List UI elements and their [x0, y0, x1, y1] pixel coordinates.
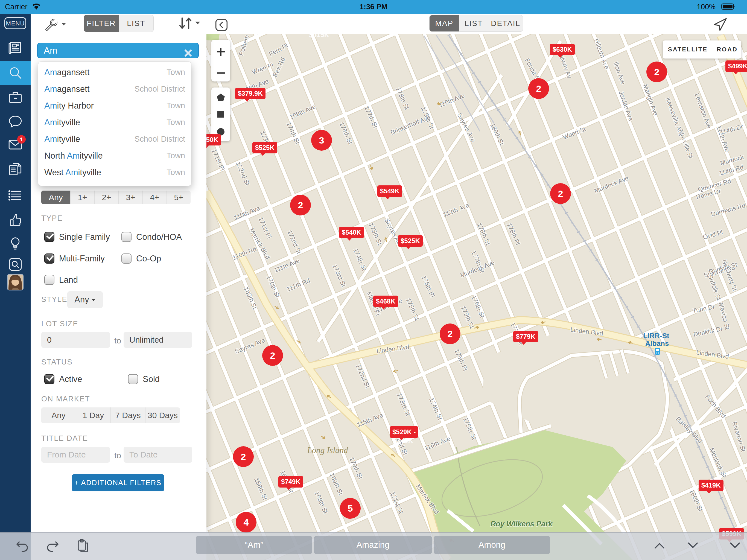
svg-text:Long Island: Long Island [307, 446, 348, 455]
svg-text:Roy Wilkens Park: Roy Wilkens Park [491, 520, 553, 528]
svg-text:LIRR-St: LIRR-St [643, 332, 669, 340]
svg-text:Albans: Albans [645, 339, 669, 348]
